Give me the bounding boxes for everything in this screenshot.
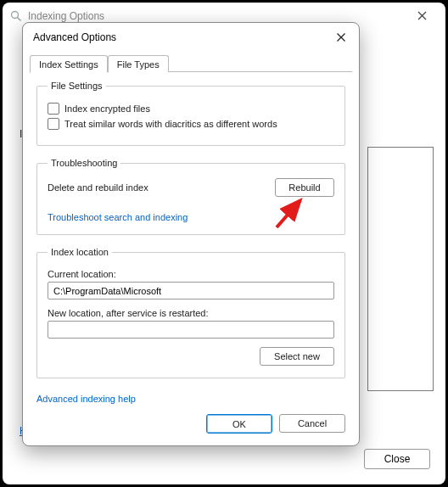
outer-title: Indexing Options [28,10,104,22]
new-location-label: New location, after service is restarted… [48,308,334,318]
rebuild-label: Delete and rebuild index [48,182,148,193]
tabstrip: Index Settings File Types [23,52,359,72]
dialog-buttons: OK Cancel [23,406,359,445]
checkbox-label: Index encrypted files [64,104,150,114]
checkbox-row-encrypted[interactable]: Index encrypted files [48,103,334,115]
inner-title: Advanced Options [33,31,116,43]
advanced-help-link[interactable]: Advanced indexing help [36,394,136,404]
current-location-label: Current location: [48,269,334,279]
file-settings-group: File Settings Index encrypted files Trea… [36,81,345,146]
checkbox-label: Treat similar words with diacritics as d… [64,119,277,129]
index-location-legend: Index location [48,247,112,257]
troubleshooting-group: Troubleshooting Delete and rebuild index… [36,158,345,235]
rebuild-button[interactable]: Rebuild [275,178,334,197]
current-location-field[interactable] [48,282,334,299]
new-location-field[interactable] [48,321,334,339]
index-location-group: Index location Current location: New loc… [36,247,345,378]
troubleshooting-legend: Troubleshooting [48,158,120,168]
outer-close-icon[interactable] [405,9,439,23]
inner-titlebar: Advanced Options [23,23,359,52]
outer-close-button[interactable]: Close [364,449,430,469]
tab-content: File Settings Index encrypted files Trea… [23,72,359,385]
tab-file-types[interactable]: File Types [108,55,169,72]
checkbox-icon[interactable] [48,118,59,130]
svg-line-1 [18,18,21,21]
checkbox-row-diacritics[interactable]: Treat similar words with diacritics as d… [48,118,334,130]
select-new-button[interactable]: Select new [260,347,334,366]
ok-button[interactable]: OK [206,414,272,434]
outer-listbox[interactable] [367,147,434,391]
troubleshoot-link[interactable]: Troubleshoot search and indexing [48,212,188,222]
advanced-options-dialog: Advanced Options Index Settings File Typ… [22,22,360,446]
inner-close-button[interactable] [333,30,349,45]
tab-index-settings[interactable]: Index Settings [30,55,108,73]
search-gear-icon [9,9,23,23]
cancel-button[interactable]: Cancel [279,414,345,433]
checkbox-icon[interactable] [48,103,59,115]
file-settings-legend: File Settings [48,81,106,91]
